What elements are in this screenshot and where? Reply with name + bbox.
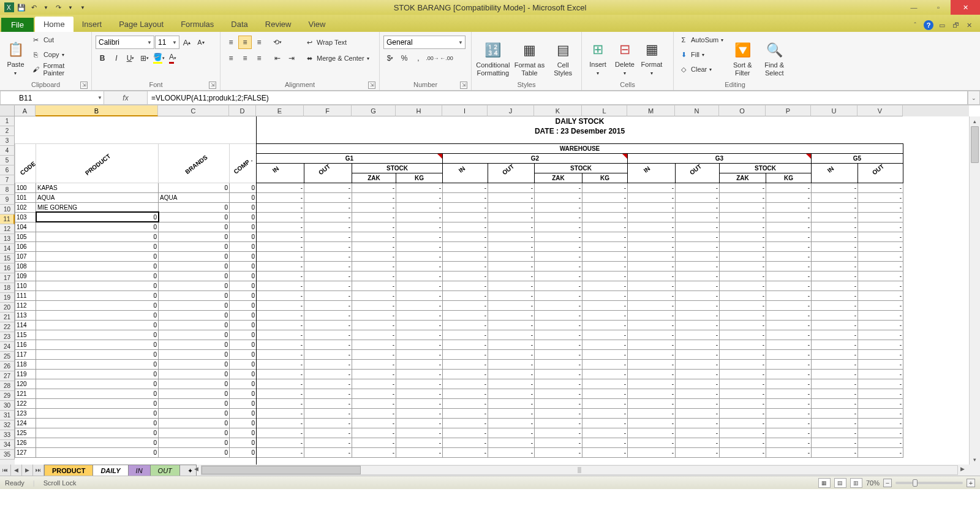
decrease-font-icon[interactable]: A▾ bbox=[194, 36, 208, 49]
redo-icon[interactable]: ↷ bbox=[53, 2, 64, 13]
row-header-23[interactable]: 23 bbox=[0, 332, 15, 342]
italic-button[interactable]: I bbox=[110, 51, 123, 65]
hscroll-thumb[interactable] bbox=[202, 466, 361, 474]
row-header-24[interactable]: 24 bbox=[0, 342, 15, 352]
column-header-P[interactable]: P bbox=[766, 105, 811, 116]
delete-cells-button[interactable]: ⊟Delete▾ bbox=[612, 33, 637, 77]
minimize-ribbon-icon[interactable]: ˆ bbox=[910, 20, 920, 30]
font-size-dropdown[interactable]: 11▼ bbox=[155, 36, 179, 49]
row-header-28[interactable]: 28 bbox=[0, 381, 15, 391]
row-header-13[interactable]: 13 bbox=[0, 234, 15, 244]
row-header-33[interactable]: 33 bbox=[0, 430, 15, 440]
column-header-C[interactable]: C bbox=[158, 105, 229, 116]
tab-view[interactable]: View bbox=[300, 17, 334, 32]
align-center-icon[interactable]: ≡ bbox=[238, 51, 252, 65]
column-header-L[interactable]: L bbox=[582, 105, 627, 116]
row-header-1[interactable]: 1 bbox=[0, 116, 15, 126]
align-middle-icon[interactable]: ≡ bbox=[238, 36, 252, 49]
clipboard-launcher-icon[interactable]: ⇲ bbox=[80, 82, 88, 89]
bold-button[interactable]: B bbox=[96, 51, 109, 65]
first-sheet-icon[interactable]: ⏮ bbox=[0, 465, 11, 476]
find-select-button[interactable]: 🔍Find & Select bbox=[760, 33, 788, 77]
row-header-31[interactable]: 31 bbox=[0, 411, 15, 420]
scroll-down-icon[interactable]: ▾ bbox=[970, 455, 980, 465]
page-break-view-icon[interactable]: ▥ bbox=[850, 478, 862, 488]
row-header-3[interactable]: 3 bbox=[0, 136, 15, 146]
column-header-B[interactable]: B bbox=[36, 105, 158, 116]
page-layout-view-icon[interactable]: ▤ bbox=[834, 478, 846, 488]
next-sheet-icon[interactable]: ▶ bbox=[22, 465, 33, 476]
prev-sheet-icon[interactable]: ◀ bbox=[11, 465, 22, 476]
select-all-corner[interactable] bbox=[0, 105, 15, 116]
sheet-tab-daily[interactable]: DAILY bbox=[92, 465, 128, 476]
row-header-34[interactable]: 34 bbox=[0, 440, 15, 450]
font-color-button[interactable]: A▾ bbox=[166, 51, 179, 65]
zoom-level[interactable]: 70% bbox=[866, 479, 880, 487]
column-header-A[interactable]: A bbox=[15, 105, 36, 116]
increase-indent-icon[interactable]: ⇥ bbox=[285, 51, 298, 65]
comma-format-icon[interactable]: , bbox=[412, 51, 425, 65]
undo-dropdown-icon[interactable]: ▼ bbox=[40, 2, 51, 13]
tab-insert[interactable]: Insert bbox=[74, 17, 111, 32]
last-sheet-icon[interactable]: ⏭ bbox=[33, 465, 44, 476]
zoom-slider[interactable] bbox=[895, 482, 963, 484]
horizontal-scrollbar[interactable]: ◀ ▶ bbox=[201, 465, 958, 475]
row-header-17[interactable]: 17 bbox=[0, 273, 15, 283]
normal-view-icon[interactable]: ▦ bbox=[818, 478, 831, 488]
column-header-F[interactable]: F bbox=[304, 105, 352, 116]
row-header-8[interactable]: 8 bbox=[0, 185, 15, 195]
wrap-text-button[interactable]: ↩Wrap Text bbox=[303, 36, 371, 49]
column-header-V[interactable]: V bbox=[858, 105, 903, 116]
underline-button[interactable]: U▾ bbox=[124, 51, 137, 65]
tab-formulas[interactable]: Formulas bbox=[172, 17, 222, 32]
zoom-out-button[interactable]: − bbox=[883, 479, 892, 487]
vertical-scrollbar[interactable]: ▴ ▾ bbox=[969, 116, 980, 465]
sheet-tab-in[interactable]: IN bbox=[128, 465, 151, 476]
copy-button[interactable]: ⎘Copy ▾ bbox=[30, 48, 88, 61]
window-maximize-icon[interactable]: 🗗 bbox=[951, 20, 960, 30]
merge-center-button[interactable]: ⬌Merge & Center ▾ bbox=[303, 51, 371, 65]
row-header-27[interactable]: 27 bbox=[0, 371, 15, 381]
tab-page-layout[interactable]: Page Layout bbox=[110, 17, 172, 32]
row-header-15[interactable]: 15 bbox=[0, 254, 15, 264]
increase-font-icon[interactable]: A▴ bbox=[180, 36, 194, 49]
row-header-4[interactable]: 4 bbox=[0, 146, 15, 156]
row-header-2[interactable]: 2 bbox=[0, 126, 15, 136]
accounting-format-icon[interactable]: $▾ bbox=[383, 51, 397, 65]
row-header-30[interactable]: 30 bbox=[0, 401, 15, 411]
paste-button[interactable]: 📋Paste▾ bbox=[4, 33, 28, 77]
column-header-M[interactable]: M bbox=[627, 105, 675, 116]
sheet-tab-product[interactable]: PRODUCT bbox=[44, 465, 93, 476]
save-icon[interactable]: 💾 bbox=[16, 2, 27, 13]
column-header-D[interactable]: D bbox=[229, 105, 256, 116]
column-header-N[interactable]: N bbox=[675, 105, 719, 116]
tab-file[interactable]: File bbox=[1, 18, 34, 32]
conditional-formatting-button[interactable]: 🔢Conditional Formatting bbox=[475, 33, 511, 77]
qat-customize-icon[interactable]: ▼ bbox=[77, 2, 88, 13]
increase-decimal-icon[interactable]: .00→ bbox=[426, 51, 439, 65]
row-header-22[interactable]: 22 bbox=[0, 322, 15, 332]
column-header-K[interactable]: K bbox=[534, 105, 582, 116]
cut-button[interactable]: ✂Cut bbox=[30, 33, 88, 47]
tab-review[interactable]: Review bbox=[257, 17, 300, 32]
row-header-12[interactable]: 12 bbox=[0, 224, 15, 234]
align-right-icon[interactable]: ≡ bbox=[252, 51, 266, 65]
undo-icon[interactable]: ↶ bbox=[28, 2, 39, 13]
minimize-button[interactable]: — bbox=[902, 0, 926, 15]
align-bottom-icon[interactable]: ≡ bbox=[252, 36, 266, 49]
insert-cells-button[interactable]: ⊞Insert▾ bbox=[586, 33, 610, 77]
formula-input[interactable]: =VLOOKUP(A11;produk1;2;FALSE) bbox=[147, 91, 968, 105]
close-button[interactable]: ✕ bbox=[951, 0, 980, 15]
fx-icon[interactable]: fx bbox=[123, 94, 128, 102]
tab-data[interactable]: Data bbox=[222, 17, 256, 32]
name-box[interactable]: B11▼ bbox=[0, 91, 104, 105]
fill-color-button[interactable]: 🪣▾ bbox=[152, 51, 165, 65]
window-close-icon[interactable]: ✕ bbox=[964, 20, 974, 30]
alignment-launcher-icon[interactable]: ⇲ bbox=[368, 82, 375, 89]
tab-home[interactable]: Home bbox=[35, 17, 74, 32]
row-header-6[interactable]: 6 bbox=[0, 165, 15, 175]
number-launcher-icon[interactable]: ⇲ bbox=[460, 82, 467, 89]
orientation-icon[interactable]: ⟲▾ bbox=[271, 36, 284, 49]
column-header-G[interactable]: G bbox=[352, 105, 396, 116]
expand-formula-bar-icon[interactable]: ⌄ bbox=[968, 91, 980, 105]
